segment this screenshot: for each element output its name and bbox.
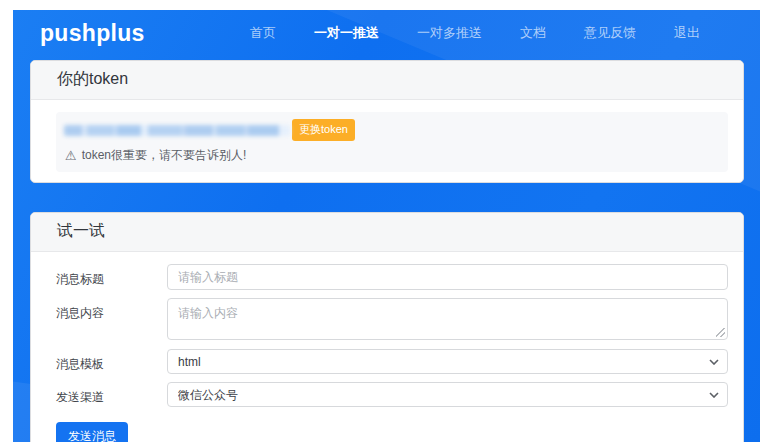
message-content-wrap (167, 298, 728, 340)
try-card-title: 试一试 (31, 213, 743, 252)
message-title-label: 消息标题 (56, 264, 167, 288)
try-card: 试一试 消息标题 消息内容 消息模板 (30, 212, 744, 442)
send-channel-row: 发送渠道 微信公众号 (56, 382, 728, 407)
message-title-wrap (167, 264, 728, 290)
nav-item-feedback[interactable]: 意见反馈 (584, 24, 636, 42)
message-title-row: 消息标题 (56, 264, 728, 290)
token-card-title: 你的token (31, 61, 743, 100)
send-channel-select[interactable]: 微信公众号 (167, 382, 728, 407)
message-template-label: 消息模板 (56, 349, 167, 373)
warning-icon: ⚠ (65, 149, 77, 162)
message-content-row: 消息内容 (56, 298, 728, 340)
pushplus-logo[interactable]: pushplus (40, 20, 145, 47)
main-content: 你的token 更换token ⚠ token很重要，请不要告诉别人! 试一试 (13, 56, 760, 442)
message-template-row: 消息模板 html (56, 349, 728, 374)
token-card-body: 更换token ⚠ token很重要，请不要告诉别人! (31, 100, 743, 182)
nav-item-one-to-many-push[interactable]: 一对多推送 (417, 24, 482, 42)
message-template-select[interactable]: html (167, 349, 728, 374)
app-background: pushplus 首页 一对一推送 一对多推送 文档 意见反馈 退出 你的tok… (13, 10, 760, 442)
nav-item-one-to-one-push[interactable]: 一对一推送 (314, 24, 379, 42)
try-card-body: 消息标题 消息内容 消息模板 html (31, 252, 743, 442)
change-token-button[interactable]: 更换token (292, 119, 355, 141)
token-row: 更换token (64, 119, 720, 141)
message-content-textarea[interactable] (167, 298, 728, 340)
token-panel: 更换token ⚠ token很重要，请不要告诉别人! (56, 112, 728, 172)
nav-item-home[interactable]: 首页 (250, 24, 276, 42)
token-card: 你的token 更换token ⚠ token很重要，请不要告诉别人! (30, 60, 744, 183)
nav-links: 首页 一对一推送 一对多推送 文档 意见反馈 退出 (250, 24, 700, 42)
nav-item-logout[interactable]: 退出 (674, 24, 700, 42)
token-value-blurred (64, 125, 290, 136)
send-channel-wrap: 微信公众号 (167, 382, 728, 407)
send-channel-label: 发送渠道 (56, 382, 167, 406)
nav-item-docs[interactable]: 文档 (520, 24, 546, 42)
message-title-input[interactable] (167, 264, 728, 290)
token-warning: ⚠ token很重要，请不要告诉别人! (64, 147, 720, 164)
message-template-wrap: html (167, 349, 728, 374)
send-message-button[interactable]: 发送消息 (56, 422, 128, 442)
top-navbar: pushplus 首页 一对一推送 一对多推送 文档 意见反馈 退出 (13, 10, 760, 56)
message-content-label: 消息内容 (56, 298, 167, 322)
token-warning-text: token很重要，请不要告诉别人! (82, 147, 247, 164)
